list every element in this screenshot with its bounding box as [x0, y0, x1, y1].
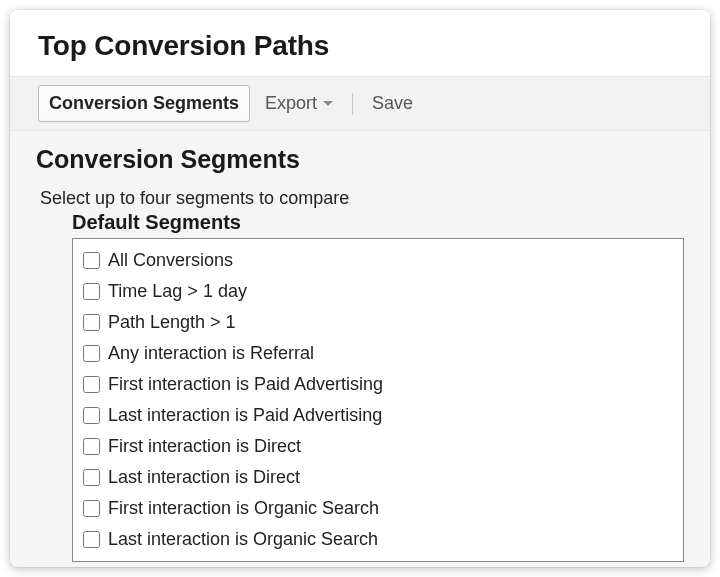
segments-listbox: All Conversions Time Lag > 1 day Path Le… — [72, 238, 684, 562]
segment-label[interactable]: Last interaction is Organic Search — [108, 526, 378, 553]
list-item: First interaction is Direct — [83, 431, 673, 462]
segment-checkbox[interactable] — [83, 531, 100, 548]
list-item: All Conversions — [83, 245, 673, 276]
segment-label[interactable]: Any interaction is Referral — [108, 340, 314, 367]
save-button[interactable]: Save — [361, 85, 424, 122]
list-item: Time Lag > 1 day — [83, 276, 673, 307]
segment-label[interactable]: Time Lag > 1 day — [108, 278, 247, 305]
header: Top Conversion Paths — [10, 10, 710, 76]
segment-checkbox[interactable] — [83, 500, 100, 517]
toolbar: Conversion Segments Export Save — [10, 76, 710, 131]
panel-instruction: Select up to four segments to compare — [40, 188, 686, 209]
export-button-label: Export — [265, 93, 317, 114]
segment-checkbox[interactable] — [83, 469, 100, 486]
segment-label[interactable]: Last interaction is Direct — [108, 464, 300, 491]
list-item: Path Length > 1 — [83, 307, 673, 338]
report-card: Top Conversion Paths Conversion Segments… — [10, 10, 710, 567]
segment-checkbox[interactable] — [83, 407, 100, 424]
save-button-label: Save — [372, 93, 413, 114]
conversion-segments-button[interactable]: Conversion Segments — [38, 85, 250, 122]
segment-checkbox[interactable] — [83, 252, 100, 269]
export-button[interactable]: Export — [254, 85, 344, 122]
segment-label[interactable]: First interaction is Organic Search — [108, 495, 379, 522]
page-title: Top Conversion Paths — [38, 30, 682, 62]
segment-checkbox[interactable] — [83, 314, 100, 331]
segments-panel: Conversion Segments Select up to four se… — [10, 131, 710, 567]
list-item: First interaction is Organic Search — [83, 493, 673, 524]
segment-label[interactable]: All Conversions — [108, 247, 233, 274]
segment-checkbox[interactable] — [83, 376, 100, 393]
segment-label[interactable]: First interaction is Paid Advertising — [108, 371, 383, 398]
list-item: Last interaction is Organic Search — [83, 524, 673, 555]
list-item: Last interaction is Direct — [83, 462, 673, 493]
segment-checkbox[interactable] — [83, 283, 100, 300]
toolbar-separator — [352, 93, 353, 115]
default-segments-heading: Default Segments — [72, 211, 686, 234]
segment-label[interactable]: Last interaction is Paid Advertising — [108, 402, 382, 429]
chevron-down-icon — [323, 101, 333, 106]
list-item: Any interaction is Referral — [83, 338, 673, 369]
segment-label[interactable]: First interaction is Direct — [108, 433, 301, 460]
conversion-segments-button-label: Conversion Segments — [49, 93, 239, 114]
segment-checkbox[interactable] — [83, 345, 100, 362]
segment-label[interactable]: Path Length > 1 — [108, 309, 236, 336]
list-item: First interaction is Paid Advertising — [83, 369, 673, 400]
list-item: Last interaction is Paid Advertising — [83, 400, 673, 431]
panel-title: Conversion Segments — [36, 145, 686, 174]
segment-checkbox[interactable] — [83, 438, 100, 455]
